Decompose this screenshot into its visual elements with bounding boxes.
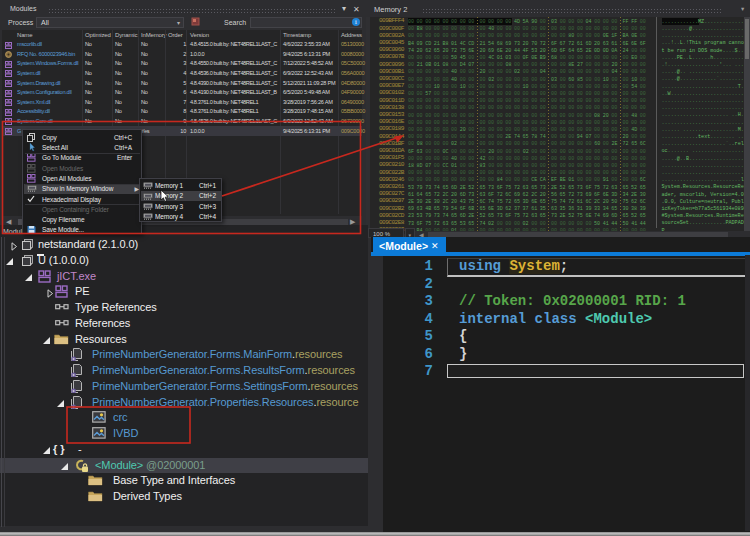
svg-text:i: i	[355, 18, 357, 25]
